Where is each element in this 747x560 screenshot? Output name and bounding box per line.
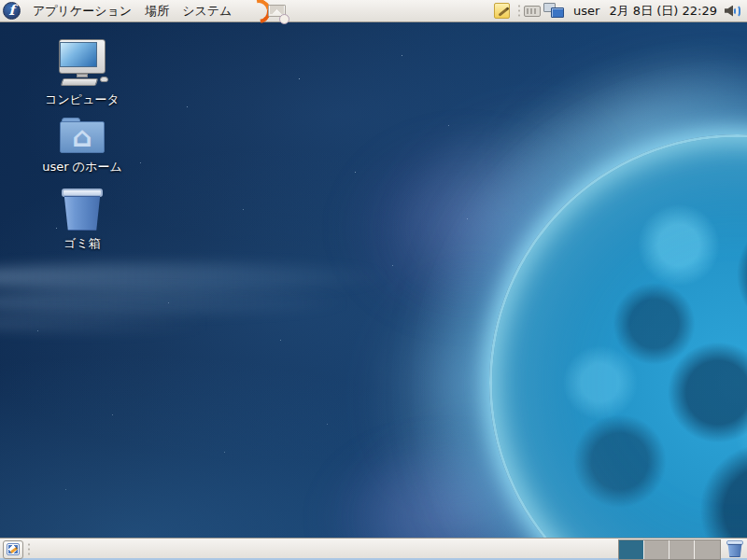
trash-icon (59, 189, 106, 231)
stars (0, 22, 1, 23)
firefox-launcher[interactable] (244, 2, 262, 21)
desktop-screen: コンピュータ ⌂ user のホーム ゴミ箱 f アプリケーション 場所 システ… (0, 0, 747, 560)
clock-applet[interactable]: 2月 8日 (日) 22:29 (609, 3, 717, 20)
applet-handle[interactable] (517, 4, 521, 19)
light-beam (0, 291, 355, 314)
desktop-icon-computer[interactable]: コンピュータ (37, 39, 127, 108)
workspace-cell-3[interactable] (669, 540, 695, 559)
workspace-cell-2[interactable] (644, 540, 669, 559)
menu-system[interactable]: システム (176, 0, 238, 22)
speaker-volume-icon[interactable] (725, 4, 743, 19)
show-desktop-icon (7, 543, 20, 555)
light-beam (0, 314, 271, 332)
house-glyph: ⌂ (72, 123, 92, 151)
trash-applet-icon[interactable] (726, 540, 744, 558)
menu-applications[interactable]: アプリケーション (26, 0, 138, 22)
bottom-panel (0, 538, 747, 560)
menu-places[interactable]: 場所 (138, 0, 176, 22)
notification-area: user 2月 8日 (日) 22:29 (494, 3, 747, 20)
home-folder-icon: ⌂ (60, 118, 105, 155)
firefox-icon (244, 2, 261, 20)
home-icon-label: user のホーム (42, 159, 121, 175)
light-beam (0, 263, 392, 291)
user-switcher[interactable]: user (573, 4, 599, 18)
show-desktop-button[interactable] (3, 540, 23, 559)
workspace-cell-4[interactable] (695, 540, 720, 559)
mail-clock-icon (268, 5, 286, 17)
window-list-handle[interactable] (27, 542, 31, 557)
computer-icon (56, 39, 108, 88)
keyboard-icon[interactable] (524, 6, 541, 17)
computer-icon-label: コンピュータ (45, 91, 120, 108)
workspace-cell-1[interactable] (619, 540, 644, 559)
desktop-icon-home[interactable]: ⌂ user のホーム (37, 118, 127, 175)
desktop-icon-trash[interactable]: ゴミ箱 (37, 189, 127, 252)
fedora-logo-icon[interactable]: f (3, 2, 21, 20)
top-panel: f アプリケーション 場所 システム user 2月 8日 (日) 22:29 (0, 0, 747, 22)
trash-icon-label: ゴミ箱 (63, 235, 101, 252)
workspace-switcher (618, 539, 721, 560)
dual-monitor-icon[interactable] (543, 3, 564, 20)
sticky-note-pencil-icon[interactable] (494, 3, 510, 19)
email-launcher[interactable] (268, 2, 287, 21)
